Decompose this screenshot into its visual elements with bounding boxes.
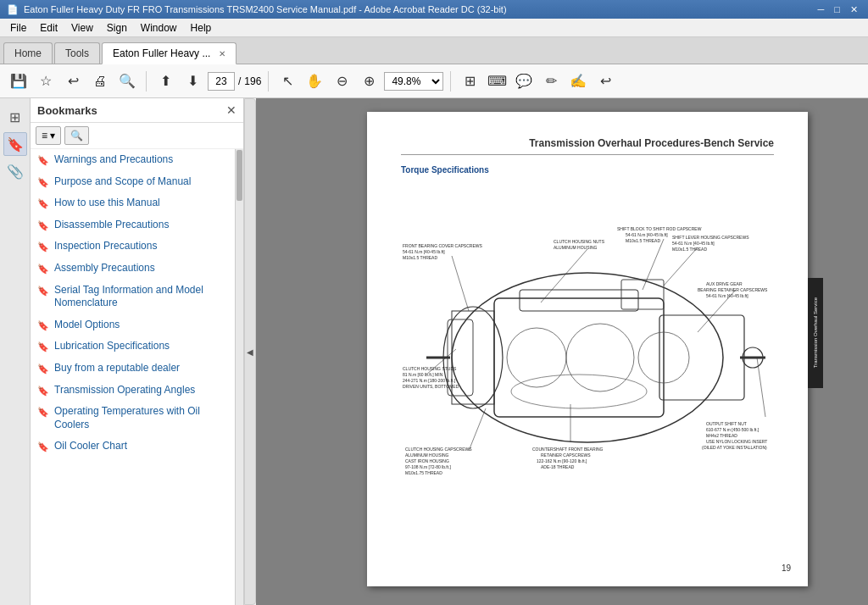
bookmarks-toolbar: ≡ ▾ 🔍 [31,123,243,149]
svg-text:M44x2 THREAD: M44x2 THREAD [706,433,737,438]
next-page-btn[interactable]: ⬇ [181,69,204,93]
svg-text:M10x1.5 THREAD: M10x1.5 THREAD [403,255,437,260]
svg-text:M10x1.5 THREAD: M10x1.5 THREAD [672,247,707,252]
svg-text:54-61 N.m [40-45 lb.ft]: 54-61 N.m [40-45 lb.ft] [626,232,668,237]
bookmark-warnings[interactable]: 🔖 Warnings and Precautions [31,149,235,171]
bookmark-operating-angles[interactable]: 🔖 Transmission Operating Angles [31,380,235,402]
sidebar-bookmarks-icon[interactable]: 🔖 [3,132,27,156]
hand-tool[interactable]: ✋ [303,69,326,93]
prev-page-btn[interactable]: ⬆ [153,69,177,93]
bookmark-btn[interactable]: ☆ [34,69,58,93]
collapse-panel-btn[interactable]: ◀ [244,98,256,605]
menu-sign[interactable]: Sign [100,20,134,36]
bookmark-buy-reputable[interactable]: 🔖 Buy from a reputable dealer [31,358,235,380]
tab-close-btn[interactable]: ✕ [219,49,225,58]
zoom-select[interactable]: 49.8% [384,72,443,91]
more-btn[interactable]: ↩ [593,69,617,93]
zoom-in-btn[interactable]: ⊕ [357,69,381,93]
menu-window[interactable]: Window [134,20,184,36]
svg-text:BEARING RETAINER CAPSCREWS: BEARING RETAINER CAPSCREWS [698,287,768,292]
print-btn[interactable]: 🖨 [88,69,112,93]
bookmark-inspection[interactable]: 🔖 Inspection Precautions [31,236,235,258]
pdf-area[interactable]: Transmission Overhaul Procedures-Bench S… [256,98,868,605]
bookmark-oil-cooler-chart[interactable]: 🔖 Oil Cooler Chart [31,436,235,458]
svg-text:(OILED AT YOKE INSTALLATION): (OILED AT YOKE INSTALLATION) [702,445,767,450]
maximize-btn[interactable]: □ [831,4,843,15]
bookmark-assembly[interactable]: 🔖 Assembly Precautions [31,258,235,280]
keyboard-btn[interactable]: ⌨ [485,69,509,93]
side-tab-label: Transmission Overhaul Service [808,278,823,388]
bookmark-model-options[interactable]: 🔖 Model Options [31,314,235,336]
svg-text:CAST IRON HOUSING: CAST IRON HOUSING [405,458,449,463]
main-area: ⊞ 🔖 📎 Bookmarks ✕ ≡ ▾ 🔍 🔖 Warnings and P… [0,98,868,605]
svg-text:ALUMINUM HOUSING: ALUMINUM HOUSING [554,245,598,250]
svg-line-50 [469,408,486,451]
bookmark-icon: 🔖 [37,441,49,452]
bookmarks-content: 🔖 Warnings and Precautions 🔖 Purpose and… [31,149,243,605]
pen-btn[interactable]: ✏ [539,69,563,93]
toolbar: 💾 ☆ ↩ 🖨 🔍 ⬆ ⬇ / 196 ↖ ✋ ⊖ ⊕ 49.8% ⊞ ⌨ 💬 … [0,64,868,98]
bookmark-disassemble[interactable]: 🔖 Disassemble Precautions [31,214,235,236]
divider-2 [268,71,269,92]
bookmark-icon: 🔖 [37,319,49,331]
svg-rect-9 [520,290,638,311]
bookmark-purpose[interactable]: 🔖 Purpose and Scope of Manual [31,171,235,193]
page-total: 196 [244,75,261,87]
bookmark-lubrication[interactable]: 🔖 Lubrication Specifications [31,336,235,358]
back-btn[interactable]: ↩ [61,69,85,93]
minimize-btn[interactable]: ─ [815,4,828,15]
menu-help[interactable]: Help [184,20,219,36]
tab-tools[interactable]: Tools [54,42,100,64]
bookmark-icon: 🔖 [37,176,49,188]
page-nav: / 196 [208,72,261,91]
cursor-tool[interactable]: ↖ [275,69,299,93]
title-bar-text: Eaton Fuller Heavy Duty FR FRO Transmiss… [24,4,507,14]
tab-bar: Home Tools Eaton Fuller Heavy ... ✕ [0,37,868,64]
bookmarks-scrollbar[interactable] [235,149,243,605]
sidebar-home-icon[interactable]: ⊞ [3,105,27,129]
view-btn[interactable]: ⊞ [458,69,481,93]
pdf-page-title: Transmission Overhaul Procedures-Bench S… [401,137,774,155]
bookmarks-expand-btn[interactable]: ≡ ▾ [36,126,61,145]
comment-btn[interactable]: 💬 [512,69,536,93]
svg-text:AUX DRIVE GEAR: AUX DRIVE GEAR [706,281,743,286]
save-btn[interactable]: 💾 [7,69,31,93]
bookmark-icon: 🔖 [37,263,49,275]
bookmark-icon: 🔖 [37,341,49,352]
svg-line-19 [643,239,664,290]
bookmark-icon: 🔖 [37,285,49,297]
page-input[interactable] [208,72,235,91]
bookmark-how-to-use[interactable]: 🔖 How to use this Manual [31,192,235,214]
svg-text:OUTPUT SHIFT NUT: OUTPUT SHIFT NUT [706,421,747,426]
sidebar-attach-icon[interactable]: 📎 [3,159,27,183]
svg-text:FRONT BEARING COVER CAPSCREWS: FRONT BEARING COVER CAPSCREWS [403,243,482,248]
zoom-out-btn[interactable]: ⊖ [330,69,353,93]
menu-bar: File Edit View Sign Window Help [0,19,868,37]
svg-text:81 N.m [60 lb.ft.] MIN: 81 N.m [60 lb.ft.] MIN [403,372,443,377]
bookmark-icon: 🔖 [37,385,49,397]
close-btn[interactable]: ✕ [847,4,861,15]
draw-btn[interactable]: ✍ [566,69,590,93]
bookmarks-search-btn[interactable]: 🔍 [64,126,89,145]
svg-text:COUNTERSHAFT FRONT BEARING: COUNTERSHAFT FRONT BEARING [532,447,604,452]
bookmarks-header: Bookmarks ✕ [31,98,243,123]
tab-home[interactable]: Home [3,42,53,64]
svg-text:ALUMINUM HOUSING: ALUMINUM HOUSING [405,452,449,458]
menu-edit[interactable]: Edit [33,20,64,36]
svg-text:SHIFT LEVER HOUSING CAPSCREWS: SHIFT LEVER HOUSING CAPSCREWS [672,235,749,240]
svg-text:CLUTCH HOUSING NUTS: CLUTCH HOUSING NUTS [554,239,605,244]
search-btn[interactable]: 🔍 [115,69,139,93]
menu-file[interactable]: File [3,20,33,36]
divider-3 [450,71,451,92]
menu-view[interactable]: View [64,20,100,36]
svg-text:122-162 N.m [90-120 lb.ft.]: 122-162 N.m [90-120 lb.ft.] [537,458,587,463]
svg-text:M10x1.5 THREAD: M10x1.5 THREAD [626,238,660,243]
svg-text:CLUTCH HOUSING STUDS: CLUTCH HOUSING STUDS [403,366,457,371]
svg-point-12 [566,324,634,391]
svg-line-31 [664,247,698,286]
bookmark-op-temps[interactable]: 🔖 Operating Temperatures with Oil Cooler… [31,401,235,436]
svg-rect-5 [659,315,744,400]
bookmark-serial-tag[interactable]: 🔖 Serial Tag Information and Model Nomen… [31,280,235,314]
close-bookmarks-btn[interactable]: ✕ [226,103,236,117]
tab-document[interactable]: Eaton Fuller Heavy ... ✕ [102,42,236,64]
